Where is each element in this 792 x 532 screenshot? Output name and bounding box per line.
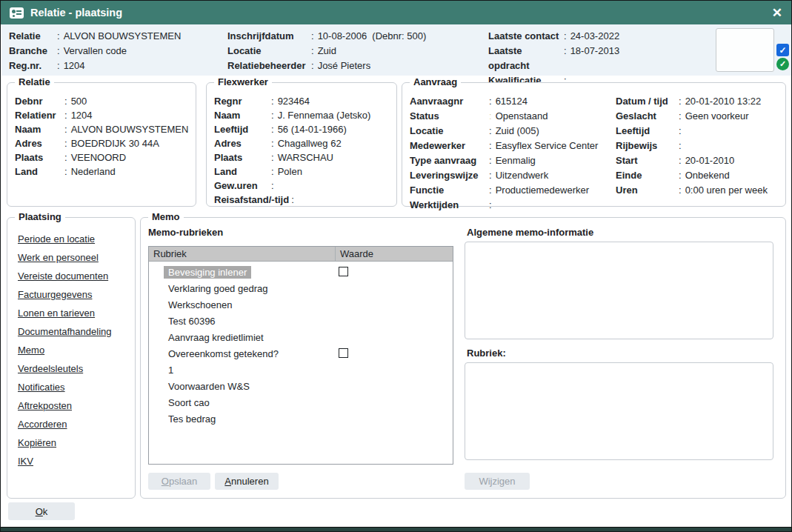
button-mnemonic: A — [224, 476, 231, 487]
info-row: Land:Polen — [214, 164, 389, 179]
table-row[interactable]: Werkschoenen — [149, 296, 453, 313]
opslaan-button[interactable]: Opslaan — [148, 473, 210, 490]
field-label: Laatste contact — [488, 29, 562, 44]
field-label: Medewerker — [410, 139, 487, 153]
title-bar: Relatie - plaatsing ✕ — [1, 1, 791, 24]
table-row[interactable]: Test 60396 — [149, 313, 453, 329]
rubriek-cell[interactable]: Werkschoenen — [164, 299, 236, 311]
table-body: Bevesiging inlener Verklaring goed gedra… — [149, 262, 453, 427]
field-value: ALVON BOUWSYSTEMEN — [71, 122, 189, 136]
field-label: Plaats — [214, 150, 269, 164]
sidebar-link-factuurgegevens[interactable]: Factuurgegevens — [18, 288, 124, 302]
field-label: Regnr — [214, 94, 269, 108]
field-label: Land — [15, 164, 62, 179]
rubriek-label: Rubriek: — [467, 348, 506, 359]
field-value: Eenmalig — [496, 153, 536, 168]
field-value: Uitzendwerk — [496, 168, 549, 183]
field-label: Werktijden — [410, 198, 487, 213]
rubriek-cell[interactable]: Soort cao — [164, 396, 214, 409]
colon: : — [676, 124, 685, 139]
waarde-checkbox[interactable] — [339, 348, 348, 358]
sidebar-link-lonen-en-tarieven[interactable]: Lonen en tarieven — [18, 307, 124, 320]
algemene-memo-label: Algemene memo-informatie — [467, 227, 593, 238]
info-row: Relatie:ALVON BOUWSYSTEMEN — [9, 29, 181, 44]
field-label: Naam — [214, 108, 269, 122]
button-mnemonic: O — [36, 506, 43, 517]
colon: : — [309, 29, 318, 44]
field-value: Easyflex Service Center — [496, 139, 599, 153]
rubriek-cell[interactable]: Aanvraag kredietlimiet — [164, 331, 268, 344]
sidebar-link-aftrekposten[interactable]: Aftrekposten — [18, 399, 124, 413]
table-row[interactable]: Aanvraag kredietlimiet — [149, 329, 453, 345]
info-row: Leveringswijze:Uitzendwerk — [410, 168, 598, 183]
sidebar-link-notificaties[interactable]: Notificaties — [18, 381, 124, 394]
sidebar-link-vereiste-documenten[interactable]: Vereiste documenten — [18, 270, 124, 283]
annuleren-button[interactable]: Annuleren — [215, 473, 279, 490]
colon: : — [676, 94, 685, 109]
sidebar-link-accorderen[interactable]: Accorderen — [18, 418, 124, 431]
table-row[interactable]: Soort cao — [149, 394, 453, 410]
table-row[interactable]: 1 — [149, 362, 453, 378]
rubriek-cell[interactable]: Bevesiging inlener — [164, 266, 251, 279]
groupbox-flexwerker: Flexwerker Regnr:923464 Naam:J. Fennemaa… — [206, 82, 397, 207]
sidebar-link-ikv[interactable]: IKV — [18, 455, 124, 468]
field-label: Start — [616, 153, 676, 168]
rubriek-textarea[interactable] — [465, 362, 773, 460]
sidebar-link-werk-en-personeel[interactable]: Werk en personeel — [18, 251, 124, 265]
table-row[interactable]: Overeenkomst getekend? — [149, 345, 453, 362]
field-label: Plaats — [15, 150, 62, 164]
window-title: Relatie - plaatsing — [30, 7, 122, 19]
algemene-memo-textarea[interactable] — [465, 242, 773, 339]
close-icon[interactable]: ✕ — [772, 7, 782, 19]
header-col-1: Relatie:ALVON BOUWSYSTEMEN Branche:Verva… — [9, 29, 181, 73]
waarde-checkbox[interactable] — [339, 267, 348, 276]
groupbox-aanvraag: Aanvraag Aanvraagnr:615124 Status:Openst… — [402, 82, 786, 207]
info-row: Status:Openstaand — [410, 109, 598, 124]
groupbox-title: Memo — [148, 211, 184, 222]
field-label: Relatiebeheerder — [227, 59, 309, 73]
field-value: 1204 — [64, 59, 85, 73]
table-row[interactable]: Tes bedrag — [149, 410, 453, 427]
ok-button[interactable]: Ok — [8, 502, 75, 520]
field-value: Nederland — [71, 164, 116, 179]
rubriek-cell[interactable]: Overeenkomst getekend? — [164, 348, 283, 360]
sidebar-link-kopieren[interactable]: Kopiëren — [18, 436, 124, 450]
aanvraag-col-right: Datum / tijd:20-01-2010 13:22 Geslacht:G… — [616, 94, 768, 198]
field-value: Chagallweg 62 — [278, 136, 342, 150]
field-label: Locatie — [227, 44, 309, 59]
field-value: Polen — [278, 164, 302, 179]
info-row: Type aanvraag:Eenmalig — [410, 153, 598, 168]
info-row: Branche:Vervallen code — [9, 44, 181, 59]
rubriek-cell[interactable]: Tes bedrag — [164, 413, 220, 425]
field-label: Datum / tijd — [616, 94, 676, 109]
colon: : — [62, 122, 71, 136]
table-row[interactable]: Verklaring goed gedrag — [149, 280, 453, 296]
info-row: Relatiebeheerder:José Pieters — [227, 59, 426, 73]
info-row: Aanvraagnr:615124 — [410, 94, 598, 109]
colon: : — [269, 122, 278, 136]
field-label: Adres — [214, 136, 269, 150]
rubriek-cell[interactable]: 1 — [164, 364, 178, 376]
colon: : — [62, 150, 71, 164]
field-label: Inschrijfdatum — [227, 29, 309, 44]
wijzigen-button[interactable]: Wijzigen — [465, 473, 530, 490]
table-row[interactable]: Voorwaarden W&S — [149, 378, 453, 394]
sidebar-link-memo[interactable]: Memo — [18, 344, 124, 357]
plaatsing-nav: Periode en locatie Werk en personeel Ver… — [7, 218, 135, 468]
rubriek-cell[interactable]: Test 60396 — [164, 315, 220, 327]
table-row[interactable]: Bevesiging inlener — [149, 264, 453, 280]
rubriek-cell[interactable]: Voorwaarden W&S — [164, 380, 254, 393]
info-row: Laatste contact:24-03-2022 — [488, 29, 619, 44]
table-header-row: Rubriek Waarde — [149, 247, 453, 262]
field-label: Land — [214, 164, 269, 179]
rubriek-cell[interactable]: Verklaring goed gedrag — [164, 282, 272, 295]
field-label: Relatienr — [15, 108, 62, 122]
sidebar-link-verdeelsleutels[interactable]: Verdeelsleutels — [18, 362, 124, 376]
button-label: pslaan — [169, 476, 197, 487]
info-row: Leeftijd:56 (14-01-1966) — [214, 122, 389, 136]
info-row: Laatste opdracht:18-07-2013 — [488, 44, 619, 73]
sidebar-link-periode-en-locatie[interactable]: Periode en locatie — [18, 233, 124, 246]
field-value: 0:00 uren per week — [685, 183, 768, 198]
header-summary: Relatie:ALVON BOUWSYSTEMEN Branche:Verva… — [1, 24, 792, 76]
sidebar-link-documentafhandeling[interactable]: Documentafhandeling — [18, 325, 124, 339]
